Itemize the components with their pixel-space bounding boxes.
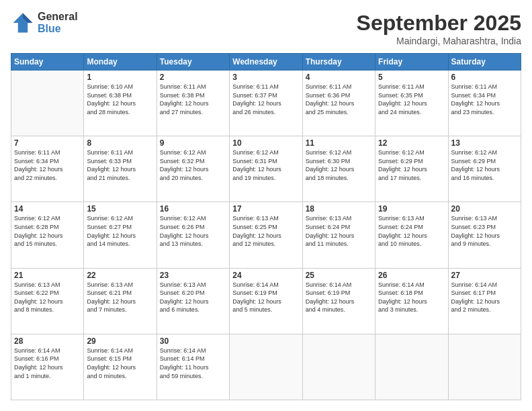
day-number: 24: [232, 271, 299, 280]
day-number: 17: [232, 204, 299, 214]
calendar-cell: 20Sunrise: 6:13 AM Sunset: 6:23 PM Dayli…: [448, 202, 521, 268]
calendar-cell: 13Sunrise: 6:12 AM Sunset: 6:29 PM Dayli…: [448, 136, 521, 202]
day-info: Sunrise: 6:12 AM Sunset: 6:31 PM Dayligh…: [232, 148, 299, 182]
calendar-cell: 11Sunrise: 6:12 AM Sunset: 6:30 PM Dayli…: [302, 136, 375, 202]
weekday-header-friday: Friday: [375, 54, 448, 71]
day-info: Sunrise: 6:14 AM Sunset: 6:17 PM Dayligh…: [451, 281, 518, 314]
calendar-cell: 18Sunrise: 6:13 AM Sunset: 6:24 PM Dayli…: [302, 202, 375, 268]
day-number: 2: [160, 73, 226, 82]
day-info: Sunrise: 6:11 AM Sunset: 6:35 PM Dayligh…: [378, 83, 445, 116]
weekday-header-monday: Monday: [84, 54, 157, 71]
weekday-header-thursday: Thursday: [302, 54, 375, 71]
day-number: 26: [378, 271, 445, 280]
weekday-header-row: SundayMondayTuesdayWednesdayThursdayFrid…: [11, 54, 521, 71]
day-info: Sunrise: 6:13 AM Sunset: 6:24 PM Dayligh…: [378, 214, 445, 248]
day-number: 6: [451, 73, 518, 82]
calendar-cell: 5Sunrise: 6:11 AM Sunset: 6:35 PM Daylig…: [375, 71, 448, 136]
calendar-cell: 15Sunrise: 6:12 AM Sunset: 6:27 PM Dayli…: [84, 202, 157, 268]
day-info: Sunrise: 6:11 AM Sunset: 6:37 PM Dayligh…: [232, 83, 299, 116]
day-info: Sunrise: 6:12 AM Sunset: 6:28 PM Dayligh…: [14, 214, 81, 248]
day-number: 25: [306, 271, 372, 280]
calendar-cell: 22Sunrise: 6:13 AM Sunset: 6:21 PM Dayli…: [84, 268, 157, 334]
calendar-table: SundayMondayTuesdayWednesdayThursdayFrid…: [11, 53, 521, 400]
day-info: Sunrise: 6:14 AM Sunset: 6:15 PM Dayligh…: [87, 347, 153, 380]
location-subtitle: Maindargi, Maharashtra, India: [357, 36, 521, 46]
day-number: 8: [87, 138, 153, 148]
calendar-cell: 8Sunrise: 6:11 AM Sunset: 6:33 PM Daylig…: [84, 136, 157, 202]
day-info: Sunrise: 6:13 AM Sunset: 6:21 PM Dayligh…: [87, 281, 153, 314]
day-number: 10: [232, 138, 299, 148]
calendar-week-row: 21Sunrise: 6:13 AM Sunset: 6:22 PM Dayli…: [11, 268, 521, 334]
day-info: Sunrise: 6:14 AM Sunset: 6:16 PM Dayligh…: [14, 347, 81, 380]
day-number: 4: [306, 73, 372, 82]
calendar-cell: 3Sunrise: 6:11 AM Sunset: 6:37 PM Daylig…: [230, 71, 302, 136]
day-info: Sunrise: 6:12 AM Sunset: 6:32 PM Dayligh…: [160, 148, 226, 182]
day-info: Sunrise: 6:13 AM Sunset: 6:25 PM Dayligh…: [232, 214, 299, 248]
calendar-cell: 14Sunrise: 6:12 AM Sunset: 6:28 PM Dayli…: [11, 202, 84, 268]
day-number: 18: [306, 204, 372, 214]
calendar-cell: 6Sunrise: 6:11 AM Sunset: 6:34 PM Daylig…: [448, 71, 521, 136]
calendar-cell: 4Sunrise: 6:11 AM Sunset: 6:36 PM Daylig…: [302, 71, 375, 136]
day-number: 19: [378, 204, 445, 214]
day-number: 29: [87, 336, 153, 346]
calendar-cell: 28Sunrise: 6:14 AM Sunset: 6:16 PM Dayli…: [11, 334, 84, 400]
calendar-cell: 25Sunrise: 6:14 AM Sunset: 6:19 PM Dayli…: [302, 268, 375, 334]
day-number: 28: [14, 336, 81, 346]
calendar-cell: 23Sunrise: 6:13 AM Sunset: 6:20 PM Dayli…: [157, 268, 229, 334]
day-number: 1: [87, 73, 153, 82]
day-number: 20: [451, 204, 518, 214]
logo-blue: Blue: [38, 23, 78, 35]
logo-text: General Blue: [38, 11, 78, 34]
day-info: Sunrise: 6:12 AM Sunset: 6:29 PM Dayligh…: [378, 148, 445, 182]
day-info: Sunrise: 6:11 AM Sunset: 6:36 PM Dayligh…: [306, 83, 372, 116]
weekday-header-tuesday: Tuesday: [157, 54, 229, 71]
month-title: September 2025: [357, 11, 521, 36]
day-number: 7: [14, 138, 81, 148]
day-info: Sunrise: 6:12 AM Sunset: 6:30 PM Dayligh…: [306, 148, 372, 182]
weekday-header-saturday: Saturday: [448, 54, 521, 71]
day-info: Sunrise: 6:11 AM Sunset: 6:34 PM Dayligh…: [14, 148, 81, 182]
calendar-cell: [230, 334, 302, 400]
title-block: September 2025 Maindargi, Maharashtra, I…: [357, 11, 521, 46]
day-number: 9: [160, 138, 226, 148]
calendar-cell: [375, 334, 448, 400]
header: General Blue September 2025 Maindargi, M…: [11, 11, 521, 46]
day-number: 5: [378, 73, 445, 82]
calendar-week-row: 7Sunrise: 6:11 AM Sunset: 6:34 PM Daylig…: [11, 136, 521, 202]
calendar-cell: 1Sunrise: 6:10 AM Sunset: 6:38 PM Daylig…: [84, 71, 157, 136]
day-number: 12: [378, 138, 445, 148]
calendar-cell: 7Sunrise: 6:11 AM Sunset: 6:34 PM Daylig…: [11, 136, 84, 202]
day-info: Sunrise: 6:11 AM Sunset: 6:33 PM Dayligh…: [87, 148, 153, 182]
day-info: Sunrise: 6:12 AM Sunset: 6:29 PM Dayligh…: [451, 148, 518, 182]
calendar-cell: 27Sunrise: 6:14 AM Sunset: 6:17 PM Dayli…: [448, 268, 521, 334]
day-info: Sunrise: 6:11 AM Sunset: 6:38 PM Dayligh…: [160, 83, 226, 116]
calendar-cell: 30Sunrise: 6:14 AM Sunset: 6:14 PM Dayli…: [157, 334, 229, 400]
calendar-cell: 19Sunrise: 6:13 AM Sunset: 6:24 PM Dayli…: [375, 202, 448, 268]
calendar-cell: 24Sunrise: 6:14 AM Sunset: 6:19 PM Dayli…: [230, 268, 302, 334]
calendar-cell: 26Sunrise: 6:14 AM Sunset: 6:18 PM Dayli…: [375, 268, 448, 334]
calendar-week-row: 1Sunrise: 6:10 AM Sunset: 6:38 PM Daylig…: [11, 71, 521, 136]
day-number: 16: [160, 204, 226, 214]
day-info: Sunrise: 6:12 AM Sunset: 6:26 PM Dayligh…: [160, 214, 226, 248]
day-number: 22: [87, 271, 153, 280]
calendar-cell: 29Sunrise: 6:14 AM Sunset: 6:15 PM Dayli…: [84, 334, 157, 400]
day-number: 27: [451, 271, 518, 280]
logo-icon: [11, 11, 35, 35]
day-info: Sunrise: 6:13 AM Sunset: 6:22 PM Dayligh…: [14, 281, 81, 314]
day-info: Sunrise: 6:13 AM Sunset: 6:23 PM Dayligh…: [451, 214, 518, 248]
calendar-cell: 10Sunrise: 6:12 AM Sunset: 6:31 PM Dayli…: [230, 136, 302, 202]
calendar-cell: 16Sunrise: 6:12 AM Sunset: 6:26 PM Dayli…: [157, 202, 229, 268]
calendar-cell: 12Sunrise: 6:12 AM Sunset: 6:29 PM Dayli…: [375, 136, 448, 202]
day-info: Sunrise: 6:14 AM Sunset: 6:19 PM Dayligh…: [306, 281, 372, 314]
page: General Blue September 2025 Maindargi, M…: [0, 0, 532, 411]
day-info: Sunrise: 6:12 AM Sunset: 6:27 PM Dayligh…: [87, 214, 153, 248]
day-info: Sunrise: 6:14 AM Sunset: 6:19 PM Dayligh…: [232, 281, 299, 314]
calendar-week-row: 14Sunrise: 6:12 AM Sunset: 6:28 PM Dayli…: [11, 202, 521, 268]
day-number: 13: [451, 138, 518, 148]
calendar-cell: [11, 71, 84, 136]
calendar-week-row: 28Sunrise: 6:14 AM Sunset: 6:16 PM Dayli…: [11, 334, 521, 400]
calendar-cell: 9Sunrise: 6:12 AM Sunset: 6:32 PM Daylig…: [157, 136, 229, 202]
day-info: Sunrise: 6:13 AM Sunset: 6:24 PM Dayligh…: [306, 214, 372, 248]
day-info: Sunrise: 6:14 AM Sunset: 6:14 PM Dayligh…: [160, 347, 226, 380]
day-info: Sunrise: 6:13 AM Sunset: 6:20 PM Dayligh…: [160, 281, 226, 314]
